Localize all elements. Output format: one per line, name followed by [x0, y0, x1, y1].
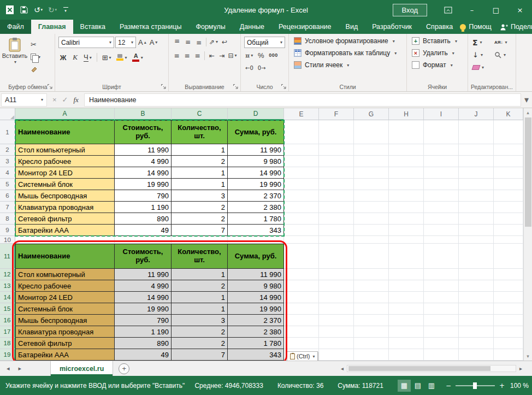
tab-developer[interactable]: Разработчик	[365, 20, 419, 34]
copy-button[interactable]: ▾	[31, 52, 44, 62]
cell-A2[interactable]: Стол компьютерный	[15, 144, 115, 156]
cell-G6[interactable]	[354, 190, 389, 202]
row-header-13[interactable]: 13	[0, 280, 15, 292]
row-header-15[interactable]: 15	[0, 303, 15, 315]
cell-J10[interactable]	[459, 236, 494, 244]
sort-filter-button[interactable]: АЯ↓▾	[494, 37, 516, 48]
bold-button[interactable]: Ж	[58, 52, 68, 63]
cell-K14[interactable]	[494, 292, 523, 303]
conditional-formatting-button[interactable]: Условное форматирование▾	[290, 35, 405, 47]
cell-D16[interactable]: 2 370	[228, 315, 284, 326]
currency-format-button[interactable]: ¤▾	[244, 50, 254, 61]
cell-F9[interactable]	[319, 225, 354, 236]
cell-H3[interactable]	[389, 156, 424, 167]
cell-K12[interactable]	[494, 269, 523, 280]
format-cells-button[interactable]: Формат▾	[408, 59, 466, 71]
cell-I4[interactable]	[424, 167, 459, 179]
cell-E12[interactable]	[284, 269, 319, 280]
cell-D5[interactable]: 19 990	[228, 179, 284, 190]
paste-options-button[interactable]: (Ctrl) ▾	[287, 351, 318, 361]
cell-I5[interactable]	[424, 179, 459, 190]
cell-K6[interactable]	[494, 190, 523, 202]
ribbon-display-options-button[interactable]	[436, 0, 460, 20]
cell-C16[interactable]: 3	[172, 315, 228, 326]
cell-A9[interactable]: Батарейки AAA	[15, 225, 115, 236]
cell-J12[interactable]	[459, 269, 494, 280]
cell-F16[interactable]	[319, 315, 354, 326]
cell-C8[interactable]: 2	[172, 213, 228, 225]
cell-E17[interactable]	[284, 326, 319, 338]
dialog-launcher-icon[interactable]	[281, 84, 287, 90]
cell-G11[interactable]	[354, 244, 389, 269]
cell-E2[interactable]	[284, 144, 319, 156]
tab-review[interactable]: Рецензирование	[271, 20, 339, 34]
cell-A5[interactable]: Системный блок	[15, 179, 115, 190]
cell-G15[interactable]	[354, 303, 389, 315]
cell-F1[interactable]	[319, 120, 354, 144]
cell-I1[interactable]	[424, 120, 459, 144]
cell-C3[interactable]: 2	[172, 156, 228, 167]
cell-I15[interactable]	[424, 303, 459, 315]
cell-A3[interactable]: Кресло рабочее	[15, 156, 115, 167]
cell-G7[interactable]	[354, 202, 389, 213]
autosum-button[interactable]: Σ▾	[472, 37, 494, 48]
cell-I13[interactable]	[424, 280, 459, 292]
cell-C9[interactable]: 7	[172, 225, 228, 236]
cell-D8[interactable]: 1 780	[228, 213, 284, 225]
cell-C13[interactable]: 2	[172, 280, 228, 292]
cell-F13[interactable]	[319, 280, 354, 292]
cell-J16[interactable]	[459, 315, 494, 326]
cell-G10[interactable]	[354, 236, 389, 244]
cell-E8[interactable]	[284, 213, 319, 225]
horizontal-scroll-thumb[interactable]	[348, 366, 490, 371]
cell-E6[interactable]	[284, 190, 319, 202]
dialog-launcher-icon[interactable]	[233, 84, 239, 90]
cell-J6[interactable]	[459, 190, 494, 202]
cell-A18[interactable]: Сетевой фильтр	[15, 338, 115, 349]
cell-D19[interactable]: 343	[228, 349, 284, 361]
cell-F4[interactable]	[319, 167, 354, 179]
cell-I2[interactable]	[424, 144, 459, 156]
zoom-in-button[interactable]: +	[499, 382, 505, 390]
cell-H12[interactable]	[389, 269, 424, 280]
cell-A19[interactable]: Батарейки AAA	[15, 349, 115, 361]
sign-in-button[interactable]: Вход	[393, 4, 427, 16]
cell-B15[interactable]: 19 990	[115, 303, 172, 315]
cell-C12[interactable]: 1	[172, 269, 228, 280]
cell-G14[interactable]	[354, 292, 389, 303]
merge-center-button[interactable]: ⊟▾	[228, 51, 237, 60]
cell-H13[interactable]	[389, 280, 424, 292]
cell-H7[interactable]	[389, 202, 424, 213]
cell-G1[interactable]	[354, 120, 389, 144]
cell-K1[interactable]	[494, 120, 523, 144]
cell-A17[interactable]: Клавиатура проводная	[15, 326, 115, 338]
cell-E7[interactable]	[284, 202, 319, 213]
row-header-19[interactable]: 19	[0, 349, 15, 361]
tell-me-button[interactable]: Помощ	[460, 23, 492, 31]
cell-H9[interactable]	[389, 225, 424, 236]
dialog-launcher-icon[interactable]	[47, 84, 53, 90]
orientation-button[interactable]: ⇗▾	[209, 37, 218, 46]
cell-G4[interactable]	[354, 167, 389, 179]
undo-button[interactable]: ↺▾	[32, 3, 45, 17]
cell-G5[interactable]	[354, 179, 389, 190]
minimize-button[interactable]: –	[460, 0, 484, 20]
cell-F2[interactable]	[319, 144, 354, 156]
cell-B8[interactable]: 890	[115, 213, 172, 225]
cell-J11[interactable]	[459, 244, 494, 269]
cell-E3[interactable]	[284, 156, 319, 167]
cell-K8[interactable]	[494, 213, 523, 225]
align-right-button[interactable]: ≡	[193, 51, 202, 60]
cell-C17[interactable]: 2	[172, 326, 228, 338]
tab-help[interactable]: Справка	[419, 20, 460, 34]
align-center-button[interactable]: ≡	[182, 51, 192, 60]
cell-H6[interactable]	[389, 190, 424, 202]
cell-K19[interactable]	[494, 349, 523, 361]
cell-H17[interactable]	[389, 326, 424, 338]
cell-G17[interactable]	[354, 326, 389, 338]
cell-G2[interactable]	[354, 144, 389, 156]
cell-K17[interactable]	[494, 326, 523, 338]
row-header-11[interactable]: 11	[0, 244, 15, 269]
cell-E13[interactable]	[284, 280, 319, 292]
column-header-E[interactable]: E	[284, 108, 319, 120]
